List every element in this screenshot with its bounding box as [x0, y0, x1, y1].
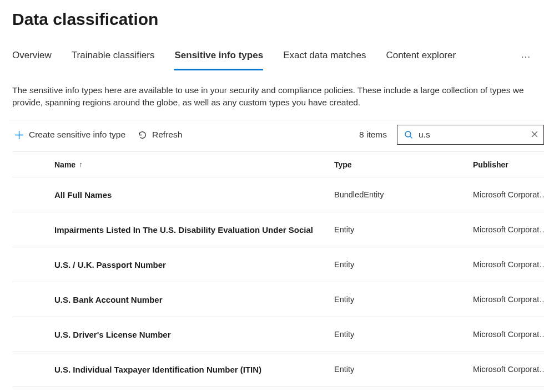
cell-name: U.S. Driver's License Number: [46, 330, 334, 339]
svg-point-0: [405, 131, 411, 137]
cell-name: All Full Names: [46, 190, 334, 200]
cell-name: U.S. / U.K. Passport Number: [46, 260, 334, 269]
column-header-name-label: Name: [54, 160, 75, 169]
cell-publisher: Microsoft Corporat…: [473, 365, 544, 374]
item-count: 8 items: [359, 130, 387, 140]
tab-sensitive-info-types[interactable]: Sensitive info types: [174, 44, 263, 70]
page-description: The sensitive info types here are availa…: [12, 84, 532, 109]
cell-type: Entity: [334, 295, 473, 304]
sort-ascending-icon: ↑: [79, 160, 83, 169]
create-button[interactable]: Create sensitive info type: [14, 130, 125, 140]
create-button-label: Create sensitive info type: [29, 130, 125, 140]
tab-trainable-classifiers[interactable]: Trainable classifiers: [72, 44, 155, 70]
search-icon: [404, 130, 413, 139]
tabs-overflow-button[interactable]: …: [521, 49, 532, 66]
table-row[interactable]: All Full Names BundledEntity Microsoft C…: [12, 177, 544, 212]
cell-publisher: Microsoft Corporat…: [473, 225, 544, 234]
cell-type: Entity: [334, 260, 473, 269]
table-header: Name ↑ Type Publisher: [12, 152, 544, 177]
cell-type: BundledEntity: [334, 190, 473, 199]
table: Name ↑ Type Publisher All Full Names Bun…: [12, 151, 544, 387]
search-box[interactable]: [397, 125, 544, 145]
table-row[interactable]: U.S. Bank Account Number Entity Microsof…: [12, 282, 544, 317]
table-row[interactable]: Impairments Listed In The U.S. Disabilit…: [12, 212, 544, 247]
table-row[interactable]: U.S. Driver's License Number Entity Micr…: [12, 317, 544, 352]
cell-name: U.S. Bank Account Number: [46, 295, 334, 304]
refresh-button[interactable]: Refresh: [138, 130, 182, 140]
tab-overview[interactable]: Overview: [12, 44, 52, 70]
tab-exact-data-matches[interactable]: Exact data matches: [283, 44, 366, 70]
cell-name: Impairments Listed In The U.S. Disabilit…: [46, 225, 334, 235]
cell-type: Entity: [334, 225, 473, 234]
cell-type: Entity: [334, 365, 473, 374]
cell-publisher: Microsoft Corporat…: [473, 260, 544, 269]
clear-search-icon[interactable]: [531, 130, 538, 139]
page-title: Data classification: [12, 10, 544, 29]
tabs: Overview Trainable classifiers Sensitive…: [12, 44, 544, 71]
tab-content-explorer[interactable]: Content explorer: [386, 44, 456, 70]
plus-icon: [14, 130, 24, 140]
cell-name: U.S. Individual Taxpayer Identification …: [46, 365, 334, 374]
cell-publisher: Microsoft Corporat…: [473, 190, 544, 199]
refresh-button-label: Refresh: [152, 130, 182, 140]
cell-publisher: Microsoft Corporat…: [473, 295, 544, 304]
column-header-publisher[interactable]: Publisher: [473, 160, 544, 169]
search-input[interactable]: [419, 130, 526, 140]
column-header-name[interactable]: Name ↑: [46, 160, 334, 169]
toolbar: Create sensitive info type Refresh 8 ite…: [9, 120, 544, 151]
column-header-type[interactable]: Type: [334, 160, 473, 169]
refresh-icon: [138, 130, 147, 140]
cell-type: Entity: [334, 330, 473, 339]
cell-publisher: Microsoft Corporat…: [473, 330, 544, 339]
table-row[interactable]: U.S. Individual Taxpayer Identification …: [12, 352, 544, 387]
table-row[interactable]: U.S. / U.K. Passport Number Entity Micro…: [12, 247, 544, 282]
